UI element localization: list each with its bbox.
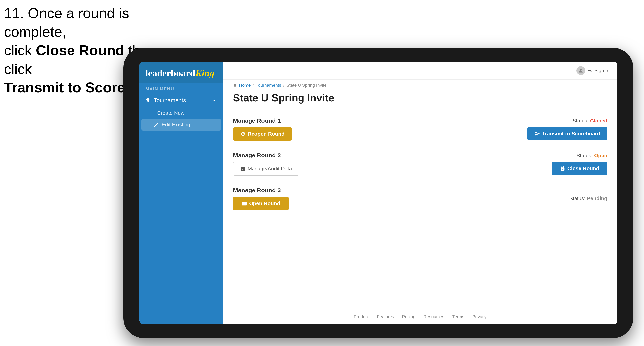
round-3-title: Manage Round 3 [233, 187, 289, 194]
reopen-round-label: Reopen Round [248, 131, 284, 137]
sign-in-label: Sign In [594, 68, 609, 73]
sidebar-create-new[interactable]: + Create New [140, 107, 223, 119]
round-3-left: Manage Round 3 Open Round [233, 187, 289, 210]
open-round-label: Open Round [249, 200, 280, 207]
sidebar-item-tournaments[interactable]: Tournaments [140, 94, 223, 107]
round-1-left: Manage Round 1 Reopen Round [233, 117, 292, 141]
round-2-status-value: Open [594, 153, 607, 159]
edit-existing-label: Edit Existing [162, 122, 190, 128]
logo-king: King [195, 68, 214, 78]
signin-arrow-icon [587, 68, 592, 73]
round-3-section: Manage Round 3 Open Round Status: Pendin… [233, 181, 607, 216]
top-nav: Sign In [223, 62, 617, 80]
transmit-icon [534, 131, 540, 136]
round-2-title: Manage Round 2 [233, 152, 299, 159]
edit-icon [153, 122, 159, 128]
round-2-section: Manage Round 2 Manage/Audit Data Status:… [233, 146, 607, 181]
chevron-down-icon [212, 98, 217, 103]
sidebar-logo: leaderboardKing [140, 62, 223, 83]
round-3-status-value: Pending [587, 195, 607, 201]
sidebar: leaderboardKing MAIN MENU Tournaments + … [140, 62, 223, 324]
plus-icon: + [151, 110, 154, 116]
footer: Product Features Pricing Resources Terms… [223, 309, 617, 324]
breadcrumb-sep1: / [253, 83, 254, 88]
footer-product[interactable]: Product [354, 314, 369, 319]
breadcrumb-tournaments[interactable]: Tournaments [256, 83, 281, 88]
footer-resources[interactable]: Resources [423, 314, 444, 319]
round-3-right: Status: Pending [569, 195, 607, 202]
round-3-status: Status: Pending [569, 195, 607, 202]
round-2-right: Status: Open Close Round [552, 153, 607, 175]
tablet-screen: leaderboardKing MAIN MENU Tournaments + … [140, 62, 617, 324]
round-1-status: Status: Closed [572, 118, 607, 124]
home-icon [233, 83, 237, 87]
instruction-line2: click [4, 42, 36, 58]
breadcrumb-home[interactable]: Home [239, 83, 251, 88]
open-round-icon [242, 201, 247, 206]
instruction-bold1: Close Round [36, 42, 124, 58]
main-menu-label: MAIN MENU [140, 83, 223, 94]
close-round-button[interactable]: Close Round [552, 162, 607, 175]
round-1-status-label: Status: [572, 118, 589, 124]
sign-in-button[interactable]: Sign In [576, 66, 609, 75]
breadcrumb-current: State U Spring Invite [286, 83, 326, 88]
content-area: Manage Round 1 Reopen Round Status: Clos… [223, 110, 617, 309]
round-2-status: Status: Open [576, 153, 607, 159]
transmit-to-scoreboard-button[interactable]: Transmit to Scoreboard [527, 127, 607, 140]
footer-privacy[interactable]: Privacy [472, 314, 486, 319]
round-3-status-label: Status: [569, 195, 586, 201]
manage-audit-label: Manage/Audit Data [248, 166, 292, 172]
footer-features[interactable]: Features [377, 314, 394, 319]
reopen-icon [240, 131, 246, 137]
tablet-device: leaderboardKing MAIN MENU Tournaments + … [124, 48, 633, 338]
tournaments-label: Tournaments [154, 97, 186, 104]
trophy-icon [145, 98, 151, 103]
transmit-scoreboard-label: Transmit to Scoreboard [542, 131, 600, 137]
close-round-label: Close Round [567, 166, 599, 172]
open-round-button[interactable]: Open Round [233, 197, 289, 210]
breadcrumb: Home / Tournaments / State U Spring Invi… [223, 80, 617, 90]
round-1-section: Manage Round 1 Reopen Round Status: Clos… [233, 112, 607, 146]
main-content: Sign In Home / Tournaments / State U Spr… [223, 62, 617, 324]
manage-audit-button[interactable]: Manage/Audit Data [233, 162, 299, 175]
round-1-status-value: Closed [590, 118, 607, 124]
sidebar-edit-existing[interactable]: Edit Existing [142, 119, 221, 131]
round-1-title: Manage Round 1 [233, 117, 292, 124]
footer-pricing[interactable]: Pricing [402, 314, 416, 319]
breadcrumb-sep2: / [283, 83, 284, 88]
logo: leaderboardKing [145, 68, 217, 79]
round-2-left: Manage Round 2 Manage/Audit Data [233, 152, 299, 175]
round-1-right: Status: Closed Transmit to Scoreboard [527, 118, 607, 140]
reopen-round-button[interactable]: Reopen Round [233, 127, 292, 141]
create-new-label: Create New [157, 110, 184, 116]
footer-terms[interactable]: Terms [452, 314, 464, 319]
instruction-line1: 11. Once a round is complete, [4, 5, 129, 40]
close-round-icon [560, 166, 565, 171]
round-2-status-label: Status: [576, 153, 592, 159]
page-title: State U Spring Invite [223, 90, 617, 110]
avatar-icon [576, 66, 585, 75]
audit-icon [240, 166, 246, 172]
